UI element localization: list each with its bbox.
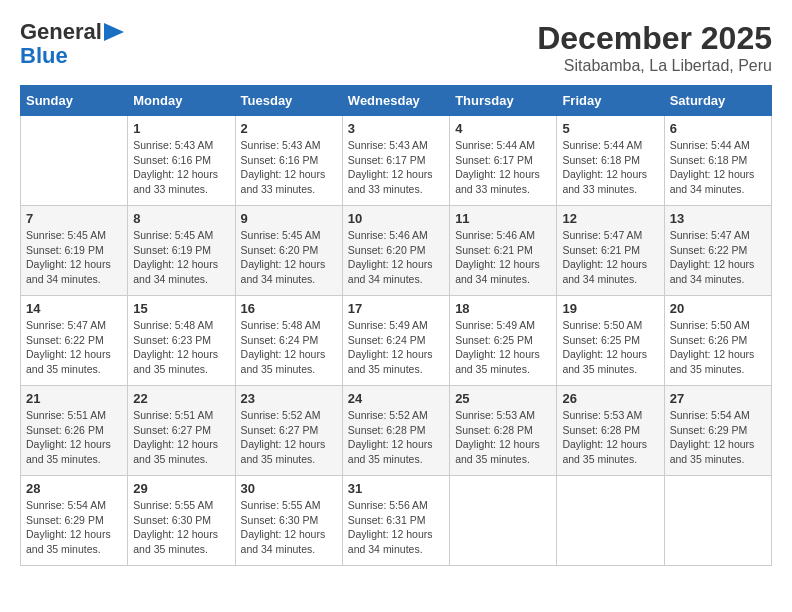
day-number: 18 xyxy=(455,301,551,316)
day-number: 4 xyxy=(455,121,551,136)
calendar-week-row: 14Sunrise: 5:47 AM Sunset: 6:22 PM Dayli… xyxy=(21,296,772,386)
day-number: 8 xyxy=(133,211,229,226)
calendar-day-cell: 2Sunrise: 5:43 AM Sunset: 6:16 PM Daylig… xyxy=(235,116,342,206)
day-info: Sunrise: 5:44 AM Sunset: 6:18 PM Dayligh… xyxy=(670,138,766,197)
calendar-day-cell: 17Sunrise: 5:49 AM Sunset: 6:24 PM Dayli… xyxy=(342,296,449,386)
calendar-day-cell: 5Sunrise: 5:44 AM Sunset: 6:18 PM Daylig… xyxy=(557,116,664,206)
calendar-week-row: 28Sunrise: 5:54 AM Sunset: 6:29 PM Dayli… xyxy=(21,476,772,566)
calendar-day-cell: 28Sunrise: 5:54 AM Sunset: 6:29 PM Dayli… xyxy=(21,476,128,566)
day-number: 1 xyxy=(133,121,229,136)
location-text: Sitabamba, La Libertad, Peru xyxy=(537,57,772,75)
calendar-day-cell: 22Sunrise: 5:51 AM Sunset: 6:27 PM Dayli… xyxy=(128,386,235,476)
day-number: 7 xyxy=(26,211,122,226)
day-number: 12 xyxy=(562,211,658,226)
calendar-day-header: Wednesday xyxy=(342,86,449,116)
day-number: 30 xyxy=(241,481,337,496)
calendar-day-cell: 1Sunrise: 5:43 AM Sunset: 6:16 PM Daylig… xyxy=(128,116,235,206)
day-number: 9 xyxy=(241,211,337,226)
day-info: Sunrise: 5:45 AM Sunset: 6:19 PM Dayligh… xyxy=(133,228,229,287)
day-number: 20 xyxy=(670,301,766,316)
day-info: Sunrise: 5:50 AM Sunset: 6:26 PM Dayligh… xyxy=(670,318,766,377)
day-number: 23 xyxy=(241,391,337,406)
day-number: 11 xyxy=(455,211,551,226)
logo-blue-text: Blue xyxy=(20,44,68,68)
day-number: 5 xyxy=(562,121,658,136)
calendar-day-cell: 12Sunrise: 5:47 AM Sunset: 6:21 PM Dayli… xyxy=(557,206,664,296)
day-number: 31 xyxy=(348,481,444,496)
logo: General Blue xyxy=(20,20,124,68)
calendar-day-cell: 31Sunrise: 5:56 AM Sunset: 6:31 PM Dayli… xyxy=(342,476,449,566)
calendar-day-cell: 11Sunrise: 5:46 AM Sunset: 6:21 PM Dayli… xyxy=(450,206,557,296)
day-number: 27 xyxy=(670,391,766,406)
day-info: Sunrise: 5:47 AM Sunset: 6:22 PM Dayligh… xyxy=(26,318,122,377)
day-number: 28 xyxy=(26,481,122,496)
day-info: Sunrise: 5:45 AM Sunset: 6:20 PM Dayligh… xyxy=(241,228,337,287)
calendar-day-cell: 15Sunrise: 5:48 AM Sunset: 6:23 PM Dayli… xyxy=(128,296,235,386)
calendar-day-cell xyxy=(21,116,128,206)
day-info: Sunrise: 5:49 AM Sunset: 6:24 PM Dayligh… xyxy=(348,318,444,377)
day-info: Sunrise: 5:46 AM Sunset: 6:20 PM Dayligh… xyxy=(348,228,444,287)
calendar-day-cell: 4Sunrise: 5:44 AM Sunset: 6:17 PM Daylig… xyxy=(450,116,557,206)
calendar-day-cell: 20Sunrise: 5:50 AM Sunset: 6:26 PM Dayli… xyxy=(664,296,771,386)
calendar-week-row: 21Sunrise: 5:51 AM Sunset: 6:26 PM Dayli… xyxy=(21,386,772,476)
day-number: 26 xyxy=(562,391,658,406)
calendar-day-cell: 8Sunrise: 5:45 AM Sunset: 6:19 PM Daylig… xyxy=(128,206,235,296)
page-header: General Blue December 2025 Sitabamba, La… xyxy=(20,20,772,75)
calendar-day-cell: 24Sunrise: 5:52 AM Sunset: 6:28 PM Dayli… xyxy=(342,386,449,476)
calendar-day-header: Monday xyxy=(128,86,235,116)
day-info: Sunrise: 5:52 AM Sunset: 6:28 PM Dayligh… xyxy=(348,408,444,467)
calendar-day-cell: 6Sunrise: 5:44 AM Sunset: 6:18 PM Daylig… xyxy=(664,116,771,206)
calendar-day-cell: 29Sunrise: 5:55 AM Sunset: 6:30 PM Dayli… xyxy=(128,476,235,566)
day-number: 2 xyxy=(241,121,337,136)
calendar-day-cell: 18Sunrise: 5:49 AM Sunset: 6:25 PM Dayli… xyxy=(450,296,557,386)
calendar-day-cell: 21Sunrise: 5:51 AM Sunset: 6:26 PM Dayli… xyxy=(21,386,128,476)
day-info: Sunrise: 5:49 AM Sunset: 6:25 PM Dayligh… xyxy=(455,318,551,377)
title-area: December 2025 Sitabamba, La Libertad, Pe… xyxy=(537,20,772,75)
month-title: December 2025 xyxy=(537,20,772,57)
day-info: Sunrise: 5:43 AM Sunset: 6:16 PM Dayligh… xyxy=(241,138,337,197)
day-info: Sunrise: 5:53 AM Sunset: 6:28 PM Dayligh… xyxy=(562,408,658,467)
day-number: 16 xyxy=(241,301,337,316)
day-number: 15 xyxy=(133,301,229,316)
day-number: 6 xyxy=(670,121,766,136)
calendar-day-cell xyxy=(664,476,771,566)
day-info: Sunrise: 5:54 AM Sunset: 6:29 PM Dayligh… xyxy=(26,498,122,557)
calendar-header: SundayMondayTuesdayWednesdayThursdayFrid… xyxy=(21,86,772,116)
calendar-day-cell: 25Sunrise: 5:53 AM Sunset: 6:28 PM Dayli… xyxy=(450,386,557,476)
calendar-day-cell: 9Sunrise: 5:45 AM Sunset: 6:20 PM Daylig… xyxy=(235,206,342,296)
calendar-day-cell: 23Sunrise: 5:52 AM Sunset: 6:27 PM Dayli… xyxy=(235,386,342,476)
day-number: 21 xyxy=(26,391,122,406)
calendar-header-row: SundayMondayTuesdayWednesdayThursdayFrid… xyxy=(21,86,772,116)
calendar-day-header: Thursday xyxy=(450,86,557,116)
day-info: Sunrise: 5:51 AM Sunset: 6:26 PM Dayligh… xyxy=(26,408,122,467)
calendar-day-cell: 13Sunrise: 5:47 AM Sunset: 6:22 PM Dayli… xyxy=(664,206,771,296)
calendar-day-cell: 16Sunrise: 5:48 AM Sunset: 6:24 PM Dayli… xyxy=(235,296,342,386)
day-number: 13 xyxy=(670,211,766,226)
day-info: Sunrise: 5:43 AM Sunset: 6:16 PM Dayligh… xyxy=(133,138,229,197)
day-number: 22 xyxy=(133,391,229,406)
calendar-day-header: Sunday xyxy=(21,86,128,116)
calendar-day-cell: 27Sunrise: 5:54 AM Sunset: 6:29 PM Dayli… xyxy=(664,386,771,476)
day-info: Sunrise: 5:54 AM Sunset: 6:29 PM Dayligh… xyxy=(670,408,766,467)
calendar-day-cell: 14Sunrise: 5:47 AM Sunset: 6:22 PM Dayli… xyxy=(21,296,128,386)
day-number: 10 xyxy=(348,211,444,226)
day-number: 17 xyxy=(348,301,444,316)
day-info: Sunrise: 5:50 AM Sunset: 6:25 PM Dayligh… xyxy=(562,318,658,377)
calendar-day-cell: 19Sunrise: 5:50 AM Sunset: 6:25 PM Dayli… xyxy=(557,296,664,386)
day-info: Sunrise: 5:53 AM Sunset: 6:28 PM Dayligh… xyxy=(455,408,551,467)
day-info: Sunrise: 5:55 AM Sunset: 6:30 PM Dayligh… xyxy=(241,498,337,557)
calendar-day-cell: 10Sunrise: 5:46 AM Sunset: 6:20 PM Dayli… xyxy=(342,206,449,296)
calendar-day-cell xyxy=(557,476,664,566)
calendar-week-row: 1Sunrise: 5:43 AM Sunset: 6:16 PM Daylig… xyxy=(21,116,772,206)
day-info: Sunrise: 5:43 AM Sunset: 6:17 PM Dayligh… xyxy=(348,138,444,197)
day-number: 25 xyxy=(455,391,551,406)
day-info: Sunrise: 5:56 AM Sunset: 6:31 PM Dayligh… xyxy=(348,498,444,557)
calendar-day-header: Friday xyxy=(557,86,664,116)
day-info: Sunrise: 5:44 AM Sunset: 6:18 PM Dayligh… xyxy=(562,138,658,197)
calendar-week-row: 7Sunrise: 5:45 AM Sunset: 6:19 PM Daylig… xyxy=(21,206,772,296)
day-number: 14 xyxy=(26,301,122,316)
logo-triangle-icon xyxy=(104,23,124,41)
calendar-day-cell: 3Sunrise: 5:43 AM Sunset: 6:17 PM Daylig… xyxy=(342,116,449,206)
calendar-day-header: Saturday xyxy=(664,86,771,116)
day-info: Sunrise: 5:48 AM Sunset: 6:24 PM Dayligh… xyxy=(241,318,337,377)
